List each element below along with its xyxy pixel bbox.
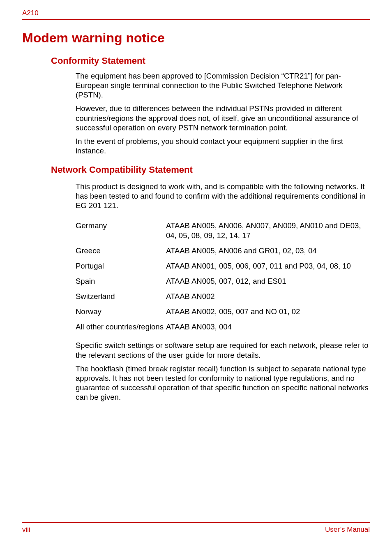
country-cell: All other countries/regions — [76, 322, 166, 331]
codes-cell: ATAAB AN005, AN006 and GR01, 02, 03, 04 — [166, 246, 370, 255]
codes-cell: ATAAB AN002 — [166, 292, 370, 301]
network-table: Germany ATAAB AN005, AN006, AN007, AN009… — [76, 221, 370, 331]
country-cell: Germany — [76, 221, 166, 230]
header-model: A210 — [22, 9, 370, 19]
table-row: All other countries/regions ATAAB AN003,… — [76, 322, 370, 331]
conformity-p2: However, due to differences between the … — [76, 104, 370, 132]
table-row: Spain ATAAB AN005, 007, 012, and ES01 — [76, 276, 370, 286]
codes-cell: ATAAB AN005, AN006, AN007, AN009, AN010 … — [166, 221, 370, 240]
country-cell: Norway — [76, 307, 166, 316]
table-row: Switzerland ATAAB AN002 — [76, 292, 370, 301]
section-conformity: Conformity Statement The equipment has b… — [22, 56, 370, 155]
network-intro: This product is designed to work with, a… — [76, 182, 370, 210]
network-heading: Network Compatibility Statement — [51, 164, 370, 175]
country-cell: Greece — [76, 246, 166, 255]
codes-cell: ATAAB AN003, 004 — [166, 322, 370, 331]
codes-cell: ATAAB AN002, 005, 007 and NO 01, 02 — [166, 307, 370, 316]
table-row: Germany ATAAB AN005, AN006, AN007, AN009… — [76, 221, 370, 240]
country-cell: Switzerland — [76, 292, 166, 301]
codes-cell: ATAAB AN001, 005, 006, 007, 011 and P03,… — [166, 261, 370, 271]
network-p-after2: The hookflash (timed break register reca… — [76, 364, 370, 402]
table-row: Norway ATAAB AN002, 005, 007 and NO 01, … — [76, 307, 370, 316]
network-p-after1: Specific switch settings or software set… — [76, 341, 370, 359]
footer: viii User’s Manual — [22, 522, 370, 534]
table-row: Greece ATAAB AN005, AN006 and GR01, 02, … — [76, 246, 370, 255]
footer-manual-label: User’s Manual — [325, 526, 370, 534]
section-network: Network Compatibility Statement This pro… — [22, 164, 370, 402]
conformity-heading: Conformity Statement — [51, 56, 370, 66]
footer-rule — [22, 522, 370, 523]
table-row: Portugal ATAAB AN001, 005, 006, 007, 011… — [76, 261, 370, 271]
codes-cell: ATAAB AN005, 007, 012, and ES01 — [166, 276, 370, 286]
conformity-p1: The equipment has been approved to [Comm… — [76, 71, 370, 100]
header-rule — [22, 19, 370, 20]
footer-page-number: viii — [22, 526, 30, 534]
country-cell: Portugal — [76, 261, 166, 271]
conformity-p3: In the event of problems, you should con… — [76, 137, 370, 155]
page-title: Modem warning notice — [22, 30, 370, 46]
country-cell: Spain — [76, 276, 166, 286]
